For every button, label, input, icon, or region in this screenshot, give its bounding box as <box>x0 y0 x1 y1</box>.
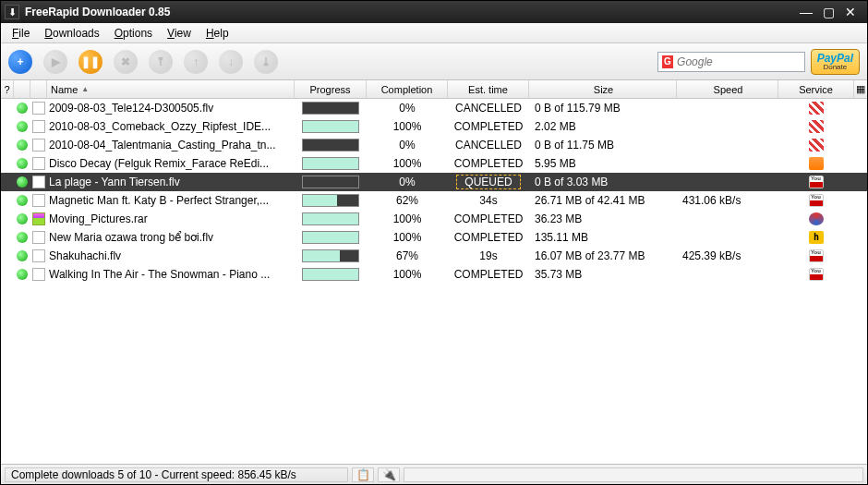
status-dot-icon <box>14 121 30 132</box>
size-cell: 0 B of 115.79 MB <box>529 102 677 115</box>
file-type-icon <box>30 268 47 281</box>
donate-button[interactable]: PayPal Donate <box>811 49 860 75</box>
file-type-icon <box>30 120 47 133</box>
col-name[interactable]: Name▲ <box>47 80 295 98</box>
col-icon1[interactable] <box>14 80 30 98</box>
est-time-cell: CANCELLED <box>448 139 529 152</box>
table-row[interactable]: Magnetic Man ft. Katy B - Perfect Strang… <box>1 191 867 210</box>
menu-file[interactable]: File <box>6 25 35 42</box>
status-dot-icon <box>14 176 30 188</box>
google-icon: G <box>662 55 673 68</box>
col-config[interactable]: ▦ <box>854 80 867 98</box>
service-cell <box>778 249 854 262</box>
table-row[interactable]: 2010-08-03_Comeback_Ozzy_Ripfest_IDE...1… <box>1 117 867 136</box>
size-cell: 135.11 MB <box>529 231 677 244</box>
size-cell: 2.02 MB <box>529 120 677 133</box>
table-row[interactable]: La plage - Yann Tiersen.flv0%QUEUED0 B o… <box>1 173 867 191</box>
table-row[interactable]: New Maria ozawa trong bể bơi.flv100%COMP… <box>1 228 867 247</box>
file-type-icon <box>30 102 47 115</box>
minimize-button[interactable]: — <box>799 5 814 19</box>
search-box[interactable]: G <box>657 52 805 72</box>
col-est-time[interactable]: Est. time <box>448 80 529 98</box>
pause-button[interactable]: ❚❚ <box>78 50 102 74</box>
size-cell: 0 B of 3.03 MB <box>529 176 677 188</box>
progress-cell <box>295 102 367 115</box>
menu-bar: File Downloads Options View Help <box>1 23 867 43</box>
file-type-icon <box>30 249 47 262</box>
clipboard-monitor-button[interactable]: 📋 <box>352 467 374 482</box>
completion-cell: 100% <box>367 157 448 170</box>
speed-cell: 431.06 kB/s <box>677 194 778 207</box>
table-row[interactable]: 2009-08-03_Tele124-D300505.flv0%CANCELLE… <box>1 99 867 117</box>
file-name: La plage - Yann Tiersen.flv <box>47 176 295 188</box>
progress-cell <box>295 249 367 262</box>
status-dot-icon <box>14 139 30 151</box>
completion-cell: 100% <box>367 212 448 225</box>
est-time-cell: 34s <box>448 194 529 207</box>
menu-options[interactable]: Options <box>109 25 158 42</box>
file-type-icon <box>30 157 47 170</box>
search-input[interactable] <box>677 55 801 68</box>
download-list[interactable]: 2009-08-03_Tele124-D300505.flv0%CANCELLE… <box>1 99 867 464</box>
completion-cell: 0% <box>367 139 448 152</box>
col-completion[interactable]: Completion <box>367 80 448 98</box>
progress-cell <box>295 139 367 152</box>
menu-view[interactable]: View <box>162 25 197 42</box>
table-row[interactable]: 2010-08-04_Talentmania_Casting_Praha_tn.… <box>1 136 867 154</box>
connection-button[interactable]: 🔌 <box>378 467 400 482</box>
maximize-button[interactable]: ▢ <box>821 5 836 19</box>
service-cell <box>778 176 854 188</box>
status-dot-icon <box>14 103 30 114</box>
size-cell: 26.71 MB of 42.41 MB <box>529 194 677 207</box>
col-icon2[interactable] <box>30 80 47 98</box>
progress-cell <box>295 231 367 244</box>
size-cell: 35.73 MB <box>529 268 677 281</box>
table-row[interactable]: Moving_Pictures.rar100%COMPLETED36.23 MB <box>1 210 867 228</box>
col-service[interactable]: Service <box>778 80 854 98</box>
up-button: ↑ <box>184 50 208 74</box>
file-name: Shakuhachi.flv <box>47 249 295 262</box>
window-title: FreeRapid Downloader 0.85 <box>25 6 799 18</box>
file-type-icon <box>30 194 47 207</box>
status-dot-icon <box>14 195 30 206</box>
progress-cell <box>295 176 367 188</box>
speed-cell: 425.39 kB/s <box>677 249 778 262</box>
col-size[interactable]: Size <box>529 80 677 98</box>
size-cell: 36.23 MB <box>529 212 677 225</box>
table-row[interactable]: Disco Decay (Felguk Remix_Farace ReEdi..… <box>1 154 867 173</box>
top-button: ⤒ <box>149 50 173 74</box>
file-name: Disco Decay (Felguk Remix_Farace ReEdi..… <box>47 157 295 170</box>
file-name: Walking In The Air - The Snowman - Piano… <box>47 268 295 281</box>
table-row[interactable]: Walking In The Air - The Snowman - Piano… <box>1 265 867 284</box>
status-dot-icon <box>14 213 30 224</box>
menu-downloads[interactable]: Downloads <box>39 25 104 42</box>
completion-cell: 67% <box>367 249 448 262</box>
file-name: New Maria ozawa trong bể bơi.flv <box>47 231 295 244</box>
progress-cell <box>295 120 367 133</box>
size-cell: 5.95 MB <box>529 157 677 170</box>
file-type-icon <box>30 212 47 225</box>
service-cell <box>778 212 854 225</box>
down-button: ↓ <box>219 50 243 74</box>
file-name: 2009-08-03_Tele124-D300505.flv <box>47 102 295 115</box>
progress-cell <box>295 212 367 225</box>
col-status[interactable]: ? <box>1 80 14 98</box>
paypal-donate-label: Donate <box>823 64 847 71</box>
sort-asc-icon: ▲ <box>81 85 89 93</box>
table-row[interactable]: Shakuhachi.flv67%19s16.07 MB of 23.77 MB… <box>1 247 867 265</box>
service-cell: h <box>778 231 854 244</box>
add-button[interactable]: + <box>8 50 32 74</box>
progress-cell <box>295 194 367 207</box>
file-name: 2010-08-03_Comeback_Ozzy_Ripfest_IDE... <box>47 120 295 133</box>
est-time-cell: QUEUED <box>448 175 529 189</box>
app-icon: ⬇ <box>5 5 19 19</box>
file-name: Magnetic Man ft. Katy B - Perfect Strang… <box>47 194 295 207</box>
completion-cell: 100% <box>367 268 448 281</box>
service-cell <box>778 157 854 170</box>
col-speed[interactable]: Speed <box>677 80 778 98</box>
close-button[interactable]: ✕ <box>843 5 858 19</box>
completion-cell: 0% <box>367 176 448 188</box>
menu-help[interactable]: Help <box>200 25 235 42</box>
service-cell <box>778 102 854 115</box>
col-progress[interactable]: Progress <box>295 80 367 98</box>
